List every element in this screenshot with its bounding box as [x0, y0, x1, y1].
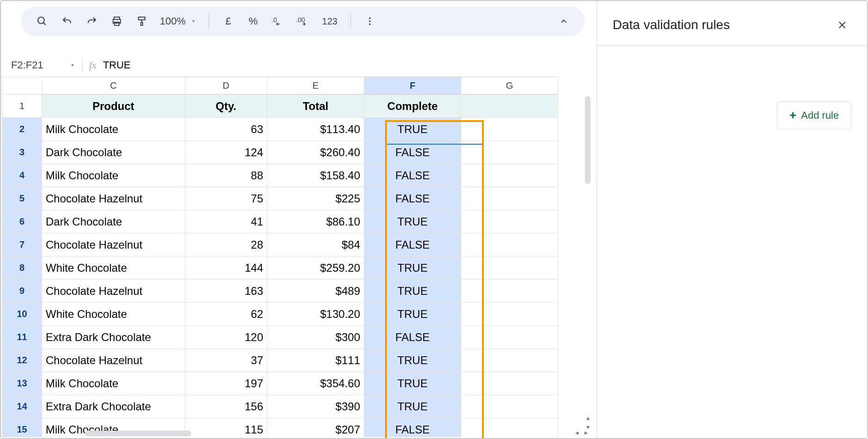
scroll-right-icon[interactable]: ▸ [582, 429, 590, 437]
increase-decimal-icon[interactable]: .00 [293, 12, 313, 31]
scroll-left-icon[interactable]: ◂ [573, 429, 581, 437]
cell-total[interactable]: $84 [267, 233, 364, 256]
close-icon[interactable] [833, 16, 851, 34]
vertical-scrollbar[interactable]: ▴ ▾ [584, 96, 592, 432]
row-header[interactable]: 7 [2, 233, 42, 256]
spreadsheet-grid[interactable]: C D E F G 1 Product Qty. Total Complete … [2, 77, 592, 437]
zoom-select[interactable]: 100% [157, 15, 199, 27]
header-total[interactable]: Total [267, 95, 364, 118]
cell-complete[interactable]: TRUE [364, 256, 461, 280]
cell-product[interactable]: Extra Dark Chocolate [42, 395, 185, 418]
cell-empty[interactable] [461, 326, 558, 349]
cell-complete[interactable]: FALSE [364, 164, 461, 187]
cell-total[interactable]: $111 [267, 349, 364, 372]
header-complete[interactable]: Complete [364, 95, 461, 118]
cell-empty[interactable] [461, 233, 558, 256]
redo-icon[interactable] [82, 12, 102, 31]
cell-qty[interactable]: 144 [185, 256, 267, 280]
more-icon[interactable] [360, 12, 380, 31]
cell-qty[interactable]: 197 [185, 372, 267, 395]
cell-empty[interactable] [461, 210, 558, 233]
cell-qty[interactable]: 41 [185, 210, 267, 233]
column-header-e[interactable]: E [267, 77, 364, 95]
column-header-c[interactable]: C [42, 77, 185, 95]
cell-qty[interactable]: 124 [185, 141, 267, 164]
header-qty[interactable]: Qty. [185, 95, 267, 118]
more-formats-button[interactable]: 123 [318, 12, 341, 31]
percent-button[interactable]: % [243, 12, 263, 31]
cell-qty[interactable]: 163 [185, 280, 267, 303]
cell-qty[interactable]: 62 [185, 303, 267, 326]
row-header[interactable]: 6 [2, 210, 42, 233]
cell-complete[interactable]: FALSE [364, 326, 461, 349]
horizontal-scrollbar[interactable]: ◂ ▸ [2, 429, 592, 438]
undo-icon[interactable] [57, 12, 77, 31]
cell-qty[interactable]: 156 [185, 395, 267, 418]
column-header-f[interactable]: F [364, 77, 461, 95]
cell-empty[interactable] [461, 280, 558, 303]
currency-button[interactable]: £ [218, 12, 238, 31]
cell-empty[interactable] [461, 372, 558, 395]
cell-qty[interactable]: 37 [185, 349, 267, 372]
cell-product[interactable]: Milk Chocolate [42, 164, 185, 187]
cell-total[interactable]: $390 [267, 395, 364, 418]
row-header-1[interactable]: 1 [2, 95, 42, 118]
cell-product[interactable]: Milk Chocolate [42, 372, 185, 395]
scroll-up-icon[interactable]: ▴ [584, 414, 592, 422]
cell-product[interactable]: Chocolate Hazelnut [42, 233, 185, 256]
cell-total[interactable]: $489 [267, 280, 364, 303]
cell-complete[interactable]: TRUE [364, 280, 461, 303]
cell-product[interactable]: Dark Chocolate [42, 141, 185, 164]
cell-product[interactable]: White Chocolate [42, 256, 185, 280]
cell-empty[interactable] [461, 187, 558, 210]
cell-empty[interactable] [461, 164, 558, 187]
cell-complete[interactable]: TRUE [364, 210, 461, 233]
cell-complete[interactable]: TRUE [364, 349, 461, 372]
cell-total[interactable]: $354.60 [267, 372, 364, 395]
row-header[interactable]: 5 [2, 187, 42, 210]
decrease-decimal-icon[interactable]: .0 [268, 12, 288, 31]
cell-qty[interactable]: 88 [185, 164, 267, 187]
cell-product[interactable]: Chocolate Hazelnut [42, 280, 185, 303]
cell-product[interactable]: Extra Dark Chocolate [42, 326, 185, 349]
row-header[interactable]: 13 [2, 372, 42, 395]
row-header[interactable]: 9 [2, 280, 42, 303]
header-product[interactable]: Product [42, 95, 185, 118]
select-all-corner[interactable] [2, 77, 42, 95]
cell-empty[interactable] [461, 395, 558, 418]
cell-complete[interactable]: TRUE [364, 395, 461, 418]
cell-qty[interactable]: 28 [185, 233, 267, 256]
row-header[interactable]: 3 [2, 141, 42, 164]
row-header[interactable]: 12 [2, 349, 42, 372]
column-header-d[interactable]: D [185, 77, 267, 95]
search-icon[interactable] [32, 12, 52, 31]
cell-complete[interactable]: FALSE [364, 233, 461, 256]
cell-qty[interactable]: 75 [185, 187, 267, 210]
print-icon[interactable] [107, 12, 127, 31]
row-header[interactable]: 4 [2, 164, 42, 187]
cell-complete[interactable]: TRUE [364, 372, 461, 395]
cell-total[interactable]: $86.10 [267, 210, 364, 233]
row-header[interactable]: 10 [2, 303, 42, 326]
cell-total[interactable]: $225 [267, 187, 364, 210]
row-header[interactable]: 2 [2, 118, 42, 141]
cell-total[interactable]: $260.40 [267, 141, 364, 164]
scrollbar-thumb[interactable] [85, 431, 191, 436]
row-header[interactable]: 11 [2, 326, 42, 349]
cell-empty[interactable] [461, 256, 558, 280]
cell-empty[interactable] [461, 349, 558, 372]
formula-bar[interactable]: TRUE [103, 59, 131, 71]
name-box[interactable]: F2:F21 [6, 59, 76, 71]
collapse-toolbar-icon[interactable] [554, 12, 573, 31]
cell-product[interactable]: Milk Chocolate [42, 118, 185, 141]
cell-product[interactable]: Chocolate Hazelnut [42, 187, 185, 210]
cell-complete[interactable]: TRUE [364, 303, 461, 326]
cell-empty[interactable] [461, 118, 558, 141]
row-header[interactable]: 14 [2, 395, 42, 418]
cell-product[interactable]: Dark Chocolate [42, 210, 185, 233]
scrollbar-thumb[interactable] [585, 96, 591, 184]
cell-qty[interactable]: 120 [185, 326, 267, 349]
cell-total[interactable]: $300 [267, 326, 364, 349]
cell-complete[interactable]: FALSE [364, 187, 461, 210]
add-rule-button[interactable]: + Add rule [777, 101, 851, 129]
